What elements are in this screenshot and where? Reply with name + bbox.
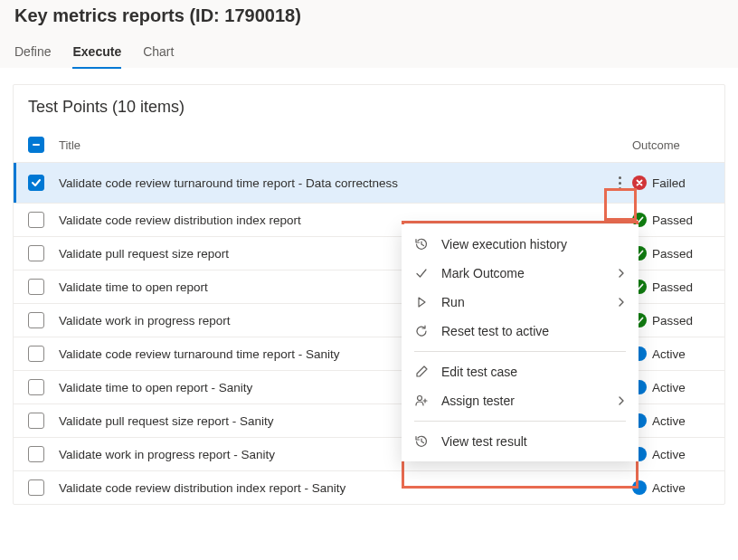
outcome-label: Passed [652,214,693,227]
table-row[interactable]: Validate code review distribution index … [14,470,724,504]
person-icon [414,394,429,408]
reset-icon [414,324,429,338]
outcome-label: Active [652,381,686,394]
menu-item-reset-test-to-active[interactable]: Reset test to active [402,317,639,346]
outcome-label: Passed [652,280,693,294]
row-title: Validate code review turnaround time rep… [59,347,339,361]
row-checkbox[interactable] [28,212,44,228]
select-all-checkbox[interactable] [28,137,44,153]
outcome-label: Active [652,414,686,428]
column-header-title[interactable]: Title [59,138,607,152]
menu-item-view-execution-history[interactable]: View execution history [402,230,639,259]
row-title: Validate pull request size report [59,247,229,261]
table-row[interactable]: Validate code review turnaround time rep… [14,162,724,203]
fail-icon [632,176,647,190]
menu-item-label: Mark Outcome [441,266,604,280]
row-checkbox[interactable] [28,346,44,362]
menu-item-view-test-result[interactable]: View test result [402,427,639,456]
tab-define[interactable]: Define [14,39,51,68]
outcome-label: Active [652,448,686,461]
chevron-right-icon [617,295,626,309]
check-icon [414,266,429,280]
menu-item-assign-tester[interactable]: Assign tester [402,386,639,415]
context-menu: View execution historyMark OutcomeRunRes… [402,224,639,461]
menu-item-mark-outcome[interactable]: Mark Outcome [402,259,639,288]
outcome-label: Passed [652,247,693,261]
column-header-outcome[interactable]: Outcome [632,138,710,152]
menu-item-run[interactable]: Run [402,288,639,317]
menu-item-edit-test-case[interactable]: Edit test case [402,357,639,386]
menu-item-label: Assign tester [441,394,604,408]
tab-chart[interactable]: Chart [143,39,174,68]
history-icon [414,237,429,252]
menu-item-label: View test result [441,434,626,449]
outcome-label: Failed [652,176,686,190]
svg-point-1 [418,396,422,401]
tab-bar: DefineExecuteChart [14,39,724,68]
row-title: Validate time to open report [59,280,208,294]
menu-item-label: Reset test to active [441,324,626,338]
row-checkbox[interactable] [28,279,44,295]
chevron-right-icon [617,394,626,408]
outcome-label: Active [652,481,686,495]
svg-rect-0 [33,144,40,146]
tab-execute[interactable]: Execute [72,39,121,68]
row-checkbox[interactable] [28,413,44,429]
row-checkbox[interactable] [28,175,44,191]
row-checkbox[interactable] [28,312,44,328]
outcome-label: Passed [652,314,693,327]
row-title: Validate code review distribution index … [59,214,301,227]
page-title: Key metrics reports (ID: 1790018) [14,0,724,39]
row-checkbox[interactable] [28,245,44,261]
menu-item-label: Edit test case [441,365,626,379]
grid-header: Title Outcome [14,133,724,162]
row-checkbox[interactable] [28,446,44,462]
active-icon [632,480,647,495]
row-title: Validate work in progress report [59,314,231,327]
check-icon [31,177,42,188]
menu-item-label: Run [441,295,604,309]
outcome-label: Active [652,347,686,361]
row-checkbox[interactable] [28,379,44,395]
menu-separator [414,351,626,352]
page-header: Key metrics reports (ID: 1790018) Define… [0,0,738,68]
menu-separator [414,421,626,422]
row-checkbox[interactable] [28,479,44,496]
pencil-icon [414,365,429,379]
history-icon [414,434,429,449]
row-more-button[interactable] [610,171,629,195]
menu-item-label: View execution history [441,237,626,252]
row-title: Validate time to open report - Sanity [59,381,252,394]
play-icon [414,295,429,309]
minus-icon [32,140,41,149]
row-title: Validate work in progress report - Sanit… [59,448,275,461]
row-title: Validate pull request size report - Sani… [59,414,274,428]
panel-title: Test Points (10 items) [14,85,724,133]
row-title: Validate code review distribution index … [59,481,345,495]
chevron-right-icon [617,266,626,280]
row-title: Validate code review turnaround time rep… [59,176,398,190]
